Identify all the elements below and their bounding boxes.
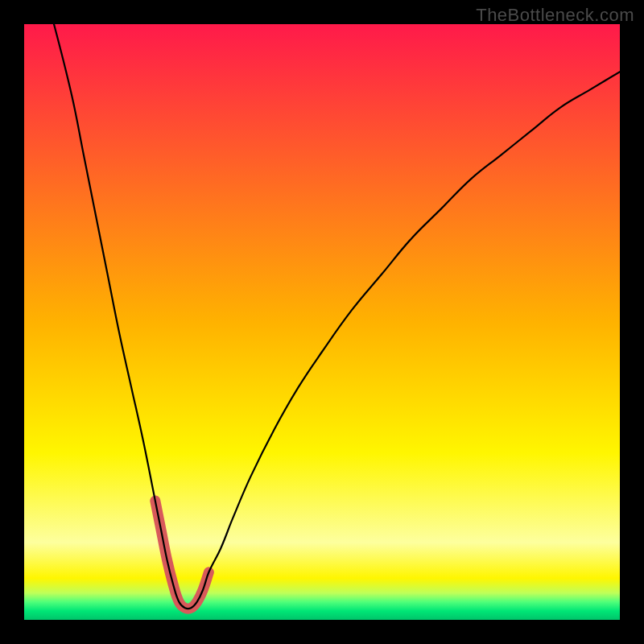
watermark-text: TheBottleneck.com: [476, 5, 634, 26]
chart-frame: TheBottleneck.com: [0, 0, 644, 644]
plot-background: [24, 24, 620, 620]
gradient-plot: [24, 24, 620, 620]
